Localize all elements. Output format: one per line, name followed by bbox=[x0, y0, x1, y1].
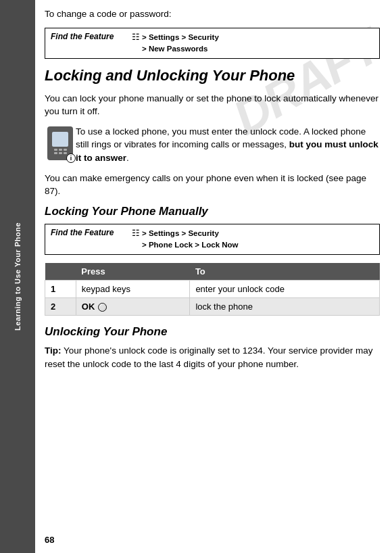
find-feature-label-1: Find the Feature bbox=[51, 32, 132, 41]
tip-text: Your phone's unlock code is originally s… bbox=[45, 345, 373, 369]
col-header-press: Press bbox=[76, 263, 190, 281]
find-feature-box-2: Find the Feature ☷ > Settings > Security… bbox=[45, 224, 380, 256]
step-1-to: enter your unlock code bbox=[190, 281, 380, 298]
tip-label: Tip: bbox=[45, 345, 62, 356]
tip-para: Tip: Your phone's unlock code is origina… bbox=[45, 344, 380, 370]
ok-circle-icon: ⚪ bbox=[98, 303, 107, 312]
col-header-step bbox=[45, 263, 76, 281]
phone-icon-wrapper: i bbox=[45, 125, 76, 160]
table-row: 1 keypad keys enter your unlock code bbox=[45, 281, 380, 298]
phone-key bbox=[59, 149, 62, 151]
step-1-press: keypad keys bbox=[76, 281, 190, 298]
find-feature-path-1: > Settings > Security> New Passwords bbox=[142, 32, 219, 55]
find-feature-box-1: Find the Feature ☷ > Settings > Security… bbox=[45, 28, 380, 59]
sidebar: Learning to Use Your Phone bbox=[0, 0, 35, 553]
table-row: 2 OK ⚪ lock the phone bbox=[45, 298, 380, 316]
find-feature-label-2: Find the Feature bbox=[51, 228, 132, 237]
menu-icon-2: ☷ bbox=[132, 228, 140, 238]
info-block: i To use a locked phone, you must enter … bbox=[45, 125, 380, 165]
intro-text: To change a code or password: bbox=[45, 8, 380, 21]
info-text: To use a locked phone, you must enter th… bbox=[76, 125, 380, 165]
col-header-to: To bbox=[190, 263, 380, 281]
info-period: . bbox=[126, 153, 129, 163]
unlocking-heading: Unlocking Your Phone bbox=[45, 325, 380, 339]
phone-keys bbox=[54, 149, 67, 154]
menu-icon-1: ☷ bbox=[132, 32, 140, 42]
table-header-row: Press To bbox=[45, 263, 380, 281]
phone-key bbox=[64, 149, 67, 151]
step-2-press: OK ⚪ bbox=[76, 298, 190, 316]
para-1: You can lock your phone manually or set … bbox=[45, 92, 380, 118]
phone-key bbox=[54, 149, 57, 151]
main-heading: Locking and Unlocking Your Phone bbox=[45, 67, 380, 85]
info-badge: i bbox=[66, 153, 76, 163]
sidebar-label: Learning to Use Your Phone bbox=[14, 222, 22, 331]
step-1-number: 1 bbox=[45, 281, 76, 298]
find-feature-path-2: > Settings > Security> Phone Lock > Lock… bbox=[142, 228, 239, 251]
phone-key bbox=[64, 152, 67, 154]
phone-key bbox=[59, 152, 62, 154]
para-2: You can make emergency calls on your pho… bbox=[45, 172, 380, 198]
main-content: DRAFT To change a code or password: Find… bbox=[35, 0, 392, 553]
phone-icon: i bbox=[47, 126, 73, 160]
step-2-number: 2 bbox=[45, 298, 76, 316]
phone-screen bbox=[52, 132, 68, 147]
phone-key bbox=[54, 152, 57, 154]
sub-heading: Locking Your Phone Manually bbox=[45, 205, 380, 218]
page-number: 68 bbox=[45, 535, 54, 545]
step-2-to: lock the phone bbox=[190, 298, 380, 316]
instruction-table: Press To 1 keypad keys enter your unlock… bbox=[45, 263, 380, 316]
